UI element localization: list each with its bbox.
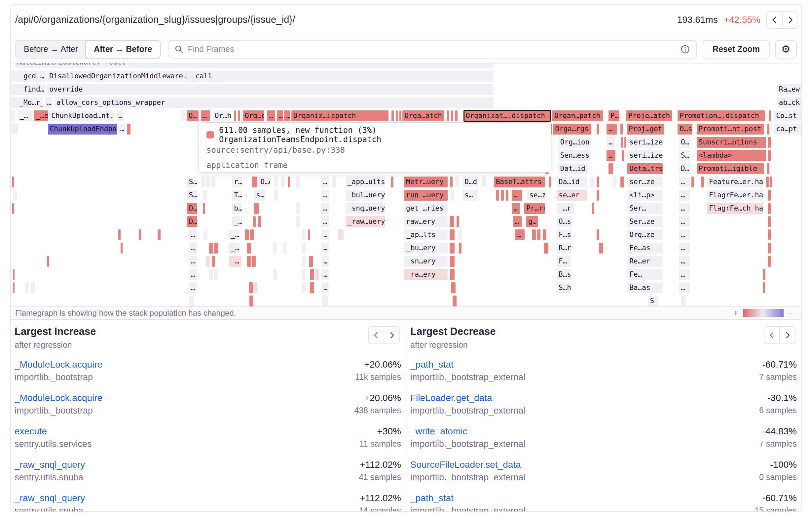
function-link[interactable]: _raw_snql_query [14,492,85,504]
function-link[interactable]: _path_stat [410,359,454,371]
flame-frame[interactable]: T… [232,190,242,201]
flame-frame[interactable] [451,110,453,121]
flame-frame[interactable] [301,256,306,267]
info-icon[interactable] [680,44,690,54]
flame-frame[interactable] [768,216,771,227]
flame-frame[interactable]: Co…st [774,110,802,121]
flame-frame[interactable]: D… [679,163,690,174]
flame-frame[interactable]: ab…ck [777,97,801,108]
flame-frame[interactable]: … [607,124,617,135]
flame-frame[interactable]: … [45,97,53,108]
flame-frame[interactable] [296,203,300,214]
flame-frame[interactable]: B…s [557,269,571,280]
flame-frame[interactable] [189,296,194,306]
flame-frame[interactable]: F…s [557,229,571,240]
flame-frame[interactable] [13,190,17,201]
flame-frame[interactable] [11,110,15,121]
flame-frame[interactable] [597,124,599,135]
flame-frame[interactable]: s… [254,190,266,201]
flame-frame[interactable]: … [189,243,197,253]
flame-frame[interactable]: Proj…get [627,124,664,135]
flame-frame[interactable] [211,176,215,187]
flame-frame[interactable] [701,176,704,187]
flame-frame[interactable] [392,110,394,121]
flame-frame[interactable]: Organizat….dispatch [464,110,551,121]
flame-frame[interactable]: Metr…uery [404,176,447,187]
flame-frame[interactable]: Orga…atch [402,110,444,121]
flame-frame[interactable]: O… [679,137,690,148]
flame-frame[interactable]: … [679,176,690,187]
flame-frame[interactable]: _ra…ery [404,269,447,280]
flame-frame[interactable] [768,243,771,253]
flame-frame[interactable]: D… [187,216,197,227]
flame-frame[interactable] [25,282,29,293]
flame-frame[interactable]: … [679,229,690,240]
flame-frame[interactable]: ca…pt [774,124,802,135]
flame-frame[interactable]: … [321,269,329,280]
flame-frame[interactable] [612,176,616,187]
flame-frame[interactable] [768,190,771,201]
flame-frame[interactable]: … [321,256,329,267]
flame-frame[interactable]: Organiz…ispatch [291,110,388,121]
flame-frame[interactable] [253,216,256,227]
flame-frame[interactable] [127,124,130,135]
flame-frame[interactable]: RateLimitMiddleware.__call__ [15,63,493,68]
decrease-prev-button[interactable] [764,326,780,344]
flame-frame[interactable] [252,176,256,187]
flame-frame[interactable] [206,176,210,187]
flame-frame[interactable]: O…s [677,124,692,135]
flame-frame[interactable]: Fe…__ [627,269,663,280]
flame-frame[interactable] [450,243,455,253]
flame-frame[interactable]: Ser…ze [627,216,663,227]
flame-frame[interactable] [249,282,253,293]
flame-frame[interactable] [620,124,623,135]
flame-frame[interactable] [13,282,14,293]
flame-frame[interactable] [496,190,499,201]
flame-frame[interactable] [763,269,765,280]
flame-frame[interactable] [253,282,257,293]
flame-frame[interactable]: D…d [463,176,478,187]
settings-button[interactable]: ⚙ [775,40,797,58]
flame-frame[interactable] [118,229,121,240]
flame-frame[interactable]: D… [187,203,197,214]
flame-frame[interactable] [250,296,253,306]
reset-zoom-button[interactable]: Reset Zoom [703,40,770,58]
flame-frame[interactable] [252,256,256,267]
flame-frame[interactable]: … [679,269,690,280]
flame-frame[interactable] [766,176,768,187]
flame-frame[interactable]: … [118,124,125,135]
flame-frame[interactable]: _app…ults [346,176,385,187]
flame-frame[interactable]: g… [526,216,538,227]
flame-frame[interactable] [455,176,459,187]
function-link[interactable]: _ModuleLock.acquire [14,392,103,404]
flame-frame[interactable]: ChunkUpload…nt.dispatch [49,110,114,121]
flame-frame[interactable]: … [515,229,525,240]
flame-frame[interactable]: raw…ery [404,216,447,227]
before-after-button[interactable]: Before → After [16,40,86,58]
flamegraph[interactable]: RateLimitMiddleware.__call___gcd_…portDi… [10,63,802,306]
flame-frame[interactable]: D…d [259,176,270,187]
flame-frame[interactable] [501,190,503,201]
flame-frame[interactable] [206,256,210,267]
flame-frame[interactable]: … [321,243,329,253]
flame-frame[interactable]: get_…ries [404,203,447,214]
flame-frame[interactable] [453,296,457,306]
flame-frame[interactable] [209,243,213,253]
flame-frame[interactable]: b… [232,203,242,214]
flame-frame[interactable] [273,269,277,280]
flame-frame[interactable]: _snq…uery [346,203,385,214]
flame-frame[interactable] [622,150,625,161]
flame-frame[interactable] [681,296,686,306]
flame-frame[interactable] [768,256,771,267]
flame-frame[interactable] [212,256,214,267]
flame-frame[interactable]: … [679,190,690,201]
flame-frame[interactable] [139,229,141,240]
flame-frame[interactable]: Da…id [557,176,587,187]
flame-frame[interactable]: Promoti…igible [697,163,764,174]
flame-frame[interactable]: ChunkUploadEndpoint.get [48,124,117,135]
flame-frame[interactable] [599,243,603,253]
flame-frame[interactable] [214,269,218,280]
next-regression-button[interactable] [782,11,798,29]
flame-frame[interactable]: _… [232,216,242,227]
flame-frame[interactable]: Promoti…nt.post [697,124,764,135]
